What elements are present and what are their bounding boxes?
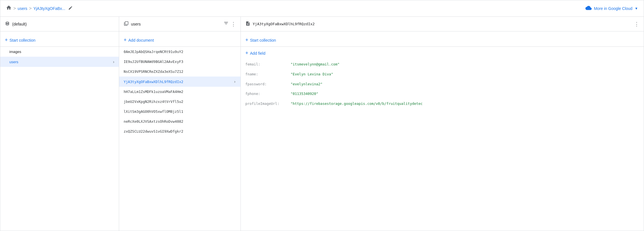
home-icon[interactable] [6, 5, 12, 12]
more-icon-panel3[interactable]: ⋮ [634, 21, 639, 27]
collection-icon [124, 21, 129, 27]
doc-id-8: zxQZSCLU22dwuvS1vGI9XwDfgkr2 [124, 129, 183, 133]
more-icon-panel2[interactable]: ⋮ [231, 21, 236, 27]
panel2-body: + Add document 0AmJEJpAbQSHaJrqeNCRt91u9… [119, 31, 241, 231]
panel1-header-left: (default) [5, 21, 27, 27]
doc-id-7: neRcXe0LXJVSAxtzsOhRoDvw4082 [124, 119, 183, 124]
doc-item-1[interactable]: IE9uJ2UfBUNAWd9BGAl2AAvExyF3 [119, 57, 241, 67]
panel1-title: (default) [12, 22, 27, 26]
plus-icon-4: + [245, 50, 248, 56]
field-value-profileimage: "https://firebasestorage.googleapis.com/… [291, 101, 423, 107]
document-icon [245, 21, 250, 27]
field-key-name: fname: [245, 72, 291, 77]
panel3-header-actions: ⋮ [634, 21, 639, 27]
start-collection-label-1: Start collection [10, 38, 36, 43]
breadcrumb-users[interactable]: users [18, 6, 27, 11]
field-value-name: "Evelyn Levina Diva" [291, 72, 333, 77]
start-collection-button-3[interactable]: + Start collection [241, 34, 644, 47]
field-key-profileimage: profileImageUrl: [245, 101, 291, 107]
breadcrumb-sep-1: > [13, 6, 16, 11]
doc-item-6[interactable]: lXitSm3gAGO0hVO5xwflOM8jz5l1 [119, 107, 241, 116]
panel-document: YjA3tyXgOFaBxwXDlhL9fRQzdIx2 ⋮ + Start c… [241, 17, 644, 231]
doc-item-2[interactable]: NsCX19VPSRNCReZXZda3eXSu7Z12 [119, 67, 241, 77]
doc-item-7[interactable]: neRcXe0LXJVSAxtzsOhRoDvw4082 [119, 116, 241, 126]
field-row-password: fpassword: "evelynlevina2" [241, 79, 644, 89]
collection-users[interactable]: users › [0, 57, 119, 67]
google-cloud-label: More in Google Cloud [594, 6, 632, 11]
top-nav: > users > YjA3tyXgOFaBx... More in Googl… [0, 0, 644, 17]
add-field-label: Add field [250, 51, 265, 56]
doc-id-2: NsCX19VPSRNCReZXZda3eXSu7Z12 [124, 69, 183, 74]
filter-icon[interactable] [224, 21, 229, 27]
panel1-body: + Start collection images users › [0, 31, 119, 231]
panel2-header: users ⋮ [119, 17, 241, 31]
doc-id-3: YjA3tyXgOFaBxwXDlhL9fRQzdIx2 [124, 80, 183, 84]
doc-item-3[interactable]: YjA3tyXgOFaBxwXDlhL9fRQzdIx2 › [119, 77, 241, 87]
field-row-name: fname: "Evelyn Levina Diva" [241, 69, 644, 79]
field-row-email: femail: "itsmevelynn@gmail.com" [241, 60, 644, 69]
panel-users: users ⋮ + Add document 0AmJEJpAbQSHaJrqe… [119, 17, 241, 231]
panel3-header: YjA3tyXgOFaBxwXDlhL9fRQzdIx2 ⋮ [241, 17, 644, 31]
doc-id-4: hH7aLLm1ZsMDFk1uzoaVMaFA4Hm2 [124, 90, 183, 94]
panel-default: (default) + Start collection images user… [0, 17, 119, 231]
doc-item-5[interactable]: jbeU2VxKpgN2Rihzxz4tVrVfl5u2 [119, 97, 241, 107]
collection-users-label: users [9, 60, 18, 64]
add-document-label: Add document [128, 38, 154, 43]
add-field-button[interactable]: + Add field [241, 47, 644, 60]
field-key-email: femail: [245, 62, 291, 67]
plus-icon-2: + [124, 37, 127, 43]
field-key-password: fpassword: [245, 82, 291, 87]
panel2-header-actions: ⋮ [224, 21, 236, 27]
field-row-profileimage: profileImageUrl: "https://firebasestorag… [241, 99, 644, 109]
panel3-header-left: YjA3tyXgOFaBxwXDlhL9fRQzdIx2 [245, 21, 315, 27]
plus-icon-1: + [5, 37, 8, 43]
panel3-title: YjA3tyXgOFaBxwXDlhL9fRQzdIx2 [253, 22, 315, 26]
doc-item-4[interactable]: hH7aLLm1ZsMDFk1uzoaVMaFA4Hm2 [119, 87, 241, 97]
field-row-phone: fphone: "01135340920" [241, 89, 644, 99]
doc-id-6: lXitSm3gAGO0hVO5xwflOM8jz5l1 [124, 109, 183, 114]
edit-icon[interactable] [68, 6, 73, 11]
field-value-phone: "01135340920" [291, 91, 318, 97]
field-key-phone: fphone: [245, 91, 291, 97]
panel2-header-left: users [124, 21, 141, 27]
collection-images-label: images [9, 50, 21, 54]
chevron-right-doc-3: › [234, 79, 236, 84]
doc-id-1: IE9uJ2UfBUNAWd9BGAl2AAvExyF3 [124, 60, 183, 64]
doc-item-8[interactable]: zxQZSCLU22dwuvS1vGI9XwDfgkr2 [119, 126, 241, 136]
doc-item-0[interactable]: 0AmJEJpAbQSHaJrqeNCRt91u9uY2 [119, 47, 241, 57]
collection-images[interactable]: images [0, 47, 119, 57]
chevron-right-icon: › [113, 60, 114, 64]
panel2-title: users [131, 22, 141, 26]
add-document-button[interactable]: + Add document [119, 34, 241, 47]
google-cloud-link[interactable]: More in Google Cloud ▼ [585, 5, 638, 12]
breadcrumb-area: > users > YjA3tyXgOFaBx... [6, 5, 73, 12]
panel3-body: + Start collection + Add field femail: "… [241, 31, 644, 231]
panel1-header: (default) [0, 17, 119, 31]
database-icon [5, 21, 10, 27]
plus-icon-3: + [245, 37, 248, 43]
cloud-icon [585, 5, 592, 12]
main-content: (default) + Start collection images user… [0, 17, 644, 231]
start-collection-label-3: Start collection [250, 38, 276, 43]
doc-id-0: 0AmJEJpAbQSHaJrqeNCRt91u9uY2 [124, 50, 183, 54]
dropdown-icon: ▼ [635, 7, 638, 10]
doc-id-5: jbeU2VxKpgN2Rihzxz4tVrVfl5u2 [124, 99, 183, 104]
breadcrumb-sep-2: > [29, 6, 32, 11]
breadcrumb-doc-id[interactable]: YjA3tyXgOFaBx... [33, 6, 65, 11]
start-collection-button-1[interactable]: + Start collection [0, 34, 119, 47]
field-value-password: "evelynlevina2" [291, 82, 323, 87]
field-value-email: "itsmevelynn@gmail.com" [291, 62, 340, 67]
